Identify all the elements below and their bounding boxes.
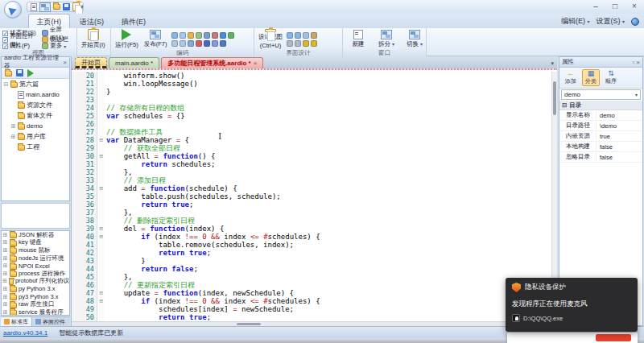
breakpoint-gutter[interactable] xyxy=(72,225,78,233)
tree-expander-icon[interactable]: ⊞ xyxy=(2,262,8,269)
breakpoint-gutter[interactable] xyxy=(72,96,78,104)
breakpoint-gutter[interactable] xyxy=(72,249,78,257)
breakpoint-gutter[interactable] xyxy=(72,233,78,241)
breakpoint-gutter[interactable] xyxy=(72,160,78,168)
categorize-button[interactable]: ▦ 分类 xyxy=(582,69,600,86)
property-row[interactable]: 显示名称demo xyxy=(559,110,642,121)
window-icon[interactable] xyxy=(39,2,51,12)
format-icon[interactable] xyxy=(196,32,202,39)
publish-button[interactable]: 发布(F7) xyxy=(142,29,169,49)
breakpoint-icon[interactable] xyxy=(212,32,218,39)
library-item[interactable]: ⊞protobuf 序列化协议 xyxy=(2,278,69,286)
library-item[interactable]: ⊞py Python 3.x xyxy=(2,285,69,293)
document-tab-1[interactable]: main.aardio * xyxy=(109,57,159,68)
new-file-icon[interactable] xyxy=(31,3,37,11)
tree-expander-icon[interactable]: ⊞ xyxy=(2,294,8,300)
tree-item-第六篇[interactable]: ⊟第六篇 xyxy=(2,79,69,89)
delete-icon[interactable] xyxy=(196,40,202,47)
tree-expander-icon[interactable]: ⊞ xyxy=(2,309,8,316)
vscroll-thumb[interactable] xyxy=(553,81,556,115)
group-collapse-icon[interactable]: ⊟ xyxy=(562,101,567,109)
save-icon[interactable] xyxy=(63,3,70,10)
breakpoint-gutter[interactable] xyxy=(72,192,78,200)
breakpoint-gutter[interactable] xyxy=(72,80,78,88)
library-item[interactable]: ⊞raw 原生接口 xyxy=(2,300,69,308)
tab-list-dropdown-icon[interactable]: ▾ xyxy=(551,60,554,67)
tree-expander-icon[interactable]: ⊞ xyxy=(10,123,16,130)
align-left-icon[interactable] xyxy=(287,32,293,39)
tree-expander-icon[interactable]: ⊞ xyxy=(2,247,8,254)
tree-item-demo[interactable]: ⊞demo xyxy=(2,121,69,131)
library-item[interactable]: ⊞py3 Python 3.x xyxy=(2,293,69,301)
tree-expander-icon[interactable]: ⊞ xyxy=(2,232,8,238)
send-icon[interactable] xyxy=(188,40,194,47)
breakpoint-gutter[interactable] xyxy=(72,104,78,112)
breakpoint-gutter[interactable] xyxy=(72,88,78,96)
breakpoint-gutter[interactable] xyxy=(72,200,78,209)
bookmark-icon[interactable] xyxy=(204,32,210,39)
comment-icon[interactable] xyxy=(171,32,178,39)
design-view-button[interactable]: 设计视图 (Ctrl+U) xyxy=(257,29,284,49)
breakpoint-gutter[interactable] xyxy=(72,176,78,184)
new-window-button[interactable]: 新建 xyxy=(345,29,371,49)
breakpoint-gutter[interactable] xyxy=(72,72,78,80)
code-editor[interactable]: 20 winform.show()21 win.loopMessage()22}… xyxy=(72,72,552,321)
open-project-icon[interactable] xyxy=(5,71,12,76)
property-row[interactable]: 忽略目录false xyxy=(559,152,642,163)
undo-icon[interactable] xyxy=(204,40,210,47)
order-button[interactable]: ⇅ 顺序 xyxy=(603,69,619,86)
library-item[interactable]: ⊞process 进程操作 xyxy=(2,270,69,278)
secondary-notification[interactable] xyxy=(507,333,638,343)
close-tab-icon[interactable]: × xyxy=(254,60,258,67)
anchor-h-icon[interactable] xyxy=(311,40,317,47)
tree-expander-icon[interactable]: ⊞ xyxy=(2,286,8,292)
ribbon-tab-2[interactable]: 插件(E) xyxy=(114,14,154,29)
library-item[interactable]: ⊞mouse 鼠标 xyxy=(2,246,69,254)
properties-close-icon[interactable]: × xyxy=(636,59,640,66)
tree-item-main.aardio[interactable]: main.aardio xyxy=(2,89,69,100)
view-checkbox-2[interactable]: ✓属性(P) xyxy=(2,43,39,49)
app-logo-icon[interactable] xyxy=(4,1,22,19)
fold-collapse-icon[interactable]: ⊟ xyxy=(97,297,105,305)
breakpoint-gutter[interactable] xyxy=(72,184,78,192)
breakpoint-gutter[interactable] xyxy=(72,289,78,297)
tree-expander-icon[interactable]: ⊟ xyxy=(3,81,9,88)
split-window-button[interactable]: 拆分 ▾ xyxy=(374,29,399,49)
settings-menu[interactable]: 设置(S) ▾ xyxy=(596,16,625,27)
lock-icon[interactable] xyxy=(295,40,301,47)
library-item[interactable]: ⊞nodeJs 运行环境 xyxy=(2,254,69,262)
breakpoint-gutter[interactable] xyxy=(72,313,78,321)
same-size-icon[interactable] xyxy=(303,32,309,39)
help-globe-icon[interactable] xyxy=(631,18,639,26)
fold-collapse-icon[interactable]: ⊟ xyxy=(97,184,105,192)
breakpoint-gutter[interactable] xyxy=(72,297,78,305)
document-tab-0[interactable]: 开始页 xyxy=(75,57,107,68)
new-window-icon[interactable] xyxy=(171,40,178,47)
fold-collapse-icon[interactable]: ⊟ xyxy=(97,233,105,241)
breakpoint-gutter[interactable] xyxy=(72,273,78,281)
maximize-button[interactable]: □ xyxy=(609,2,621,10)
tree-item-工程[interactable]: 工程 xyxy=(2,142,69,152)
add-property-button[interactable]: ← 添加 xyxy=(563,69,579,86)
fold-collapse-icon[interactable]: ⊟ xyxy=(97,152,105,160)
tree-item-窗体文件[interactable]: 窗体文件 xyxy=(2,110,69,121)
breakpoint-gutter[interactable] xyxy=(72,241,78,249)
paste-icon[interactable] xyxy=(72,2,80,11)
version-link[interactable]: aardio.v40.34.1 xyxy=(3,329,47,337)
left-panel-tab-0[interactable]: 标准库 xyxy=(1,317,32,326)
library-item[interactable]: ⊞JSON 解析器 xyxy=(2,231,69,239)
tree-expander-icon[interactable]: ⊞ xyxy=(2,301,8,308)
fold-collapse-icon[interactable]: ⊟ xyxy=(97,289,105,297)
close-button[interactable]: × xyxy=(629,2,640,10)
privacy-notification[interactable]: 隐私设备保护 发现程序正在使用麦克风 D:\QQ\QQ.exe xyxy=(506,278,638,332)
minimize-button[interactable]: – xyxy=(590,2,601,10)
property-group-directory[interactable]: ⊟ 目录 xyxy=(559,101,642,110)
breakpoint-gutter[interactable] xyxy=(72,112,78,120)
document-tab-2[interactable]: 多功能日程管理系统.aardio *× xyxy=(161,57,263,68)
anchor-v-icon[interactable] xyxy=(303,40,309,47)
align-top-icon[interactable] xyxy=(295,32,301,39)
library-item[interactable]: ⊞key 键盘 xyxy=(2,239,69,247)
tree-expander-icon[interactable]: ⊞ xyxy=(2,255,8,262)
tree-expander-icon[interactable]: ⊞ xyxy=(2,278,7,284)
properties-pin-icon[interactable]: ▫ xyxy=(632,59,634,66)
